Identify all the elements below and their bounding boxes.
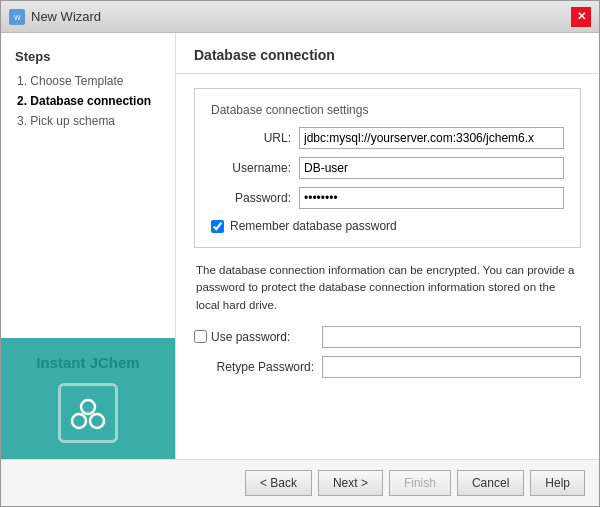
use-password-checkbox-label: Use password:: [194, 330, 314, 344]
step-3: 3. Pick up schema: [15, 114, 161, 128]
remember-label[interactable]: Remember database password: [230, 219, 397, 233]
password-input[interactable]: [299, 187, 564, 209]
svg-point-4: [90, 414, 104, 428]
finish-button[interactable]: Finish: [389, 470, 451, 496]
back-button[interactable]: < Back: [245, 470, 312, 496]
info-text: The database connection information can …: [194, 262, 581, 314]
close-button[interactable]: ✕: [571, 7, 591, 27]
url-input[interactable]: [299, 127, 564, 149]
retype-password-input[interactable]: [322, 356, 581, 378]
svg-point-2: [81, 400, 95, 414]
settings-group-title: Database connection settings: [211, 103, 564, 117]
remember-row: Remember database password: [211, 219, 564, 233]
title-bar-left: W New Wizard: [9, 9, 101, 25]
remember-checkbox[interactable]: [211, 220, 224, 233]
encryption-section: Use password: Retype Password:: [194, 326, 581, 378]
username-label: Username:: [211, 161, 291, 175]
right-panel: Database connection Database connection …: [176, 33, 599, 459]
password-row: Password:: [211, 187, 564, 209]
panel-header: Database connection: [176, 33, 599, 74]
use-password-checkbox[interactable]: [194, 330, 207, 343]
username-row: Username:: [211, 157, 564, 179]
password-label: Password:: [211, 191, 291, 205]
url-row: URL:: [211, 127, 564, 149]
retype-password-row: Retype Password:: [194, 356, 581, 378]
wizard-window: W New Wizard ✕ Steps 1. Choose Template …: [0, 0, 600, 507]
use-password-label[interactable]: Use password:: [211, 330, 290, 344]
help-button[interactable]: Help: [530, 470, 585, 496]
svg-point-3: [72, 414, 86, 428]
steps-title: Steps: [15, 49, 161, 64]
step-2: 2. Database connection: [15, 94, 161, 108]
window-title: New Wizard: [31, 9, 101, 24]
use-password-input[interactable]: [322, 326, 581, 348]
username-input[interactable]: [299, 157, 564, 179]
step-1: 1. Choose Template: [15, 74, 161, 88]
panel-title: Database connection: [194, 47, 581, 63]
svg-text:W: W: [14, 14, 21, 21]
cancel-button[interactable]: Cancel: [457, 470, 524, 496]
sidebar-brand: Instant JChem: [1, 338, 175, 459]
footer: < Back Next > Finish Cancel Help: [1, 459, 599, 506]
wizard-icon: W: [9, 9, 25, 25]
brand-icon: [58, 383, 118, 443]
retype-password-label: Retype Password:: [194, 360, 314, 374]
brand-name: Instant JChem: [17, 354, 159, 371]
main-content: Steps 1. Choose Template 2. Database con…: [1, 33, 599, 459]
steps-panel: Steps 1. Choose Template 2. Database con…: [1, 33, 175, 338]
next-button[interactable]: Next >: [318, 470, 383, 496]
settings-box: Database connection settings URL: Userna…: [194, 88, 581, 248]
sidebar: Steps 1. Choose Template 2. Database con…: [1, 33, 176, 459]
panel-body: Database connection settings URL: Userna…: [176, 74, 599, 459]
use-password-row: Use password:: [194, 326, 581, 348]
title-bar: W New Wizard ✕: [1, 1, 599, 33]
url-label: URL:: [211, 131, 291, 145]
